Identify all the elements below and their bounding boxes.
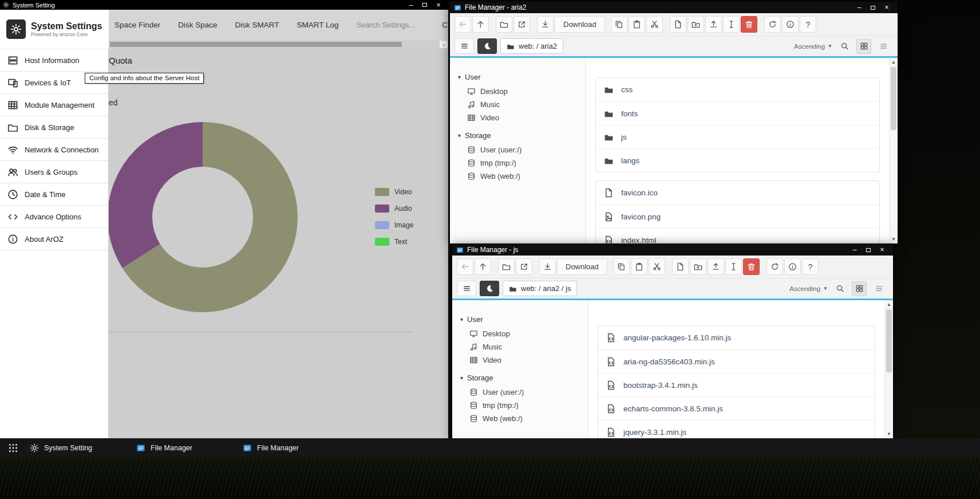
vertical-scrollbar[interactable]: ▲ ▼ <box>889 58 898 243</box>
new-file-button[interactable] <box>670 16 686 33</box>
window-titlebar[interactable]: File Manager - js – × <box>452 244 893 256</box>
paste-button[interactable] <box>629 16 645 33</box>
up-button[interactable] <box>472 16 489 33</box>
scroll-right-button[interactable]: › <box>440 41 448 48</box>
upload-button[interactable] <box>705 16 722 33</box>
window-titlebar[interactable]: File Manager - aria2 – × <box>450 2 898 13</box>
tree-item-desktop[interactable]: Desktop <box>452 327 588 340</box>
sidebar-item-disk-storage[interactable]: Disk & Storage <box>0 116 108 139</box>
file-row-aria-ng[interactable]: aria-ng-da5356c403.min.js <box>598 349 875 373</box>
taskbar-item-file-manager-1[interactable]: File Manager <box>133 438 239 457</box>
legend-item-image[interactable]: Image <box>375 221 413 229</box>
rename-button[interactable] <box>723 16 740 33</box>
back-button[interactable] <box>457 258 473 275</box>
scrollbar-thumb[interactable] <box>891 67 896 130</box>
tree-item-music[interactable]: Music <box>450 98 586 111</box>
upload-button[interactable] <box>708 258 724 275</box>
close-button[interactable]: × <box>432 0 445 10</box>
sidebar-item-advance-options[interactable]: Advance Options <box>0 206 108 228</box>
breadcrumb[interactable]: web: / aria2 <box>500 38 563 54</box>
maximize-button[interactable] <box>862 244 875 256</box>
scrollbar-thumb[interactable] <box>110 42 402 47</box>
file-row-jquery[interactable]: jquery-3.3.1.min.js <box>598 420 875 438</box>
menu-button[interactable] <box>455 38 474 54</box>
tabs-horizontal-scrollbar[interactable]: › <box>109 40 448 49</box>
tree-section-storage[interactable]: ▾ Storage <box>452 371 588 386</box>
legend-item-text[interactable]: Text <box>375 238 413 246</box>
file-row-angular[interactable]: angular-packages-1.6.10.min.js <box>598 326 875 349</box>
up-button[interactable] <box>475 258 491 275</box>
tree-section-user[interactable]: ▾ User <box>452 313 588 327</box>
open-folder-button[interactable] <box>496 16 512 33</box>
tree-item-video[interactable]: Video <box>452 353 588 367</box>
tab-smart-log[interactable]: SMART Log <box>297 21 339 29</box>
scroll-up-button[interactable]: ▲ <box>890 60 898 65</box>
back-button[interactable] <box>455 16 471 33</box>
sidebar-item-host-information[interactable]: Host Information <box>0 49 108 72</box>
settings-search-input[interactable] <box>357 21 424 29</box>
new-folder-button[interactable] <box>687 16 704 33</box>
list-view-button[interactable] <box>871 281 886 296</box>
taskbar-item-system-setting[interactable]: System Setting <box>26 438 133 457</box>
refresh-button[interactable] <box>766 258 783 275</box>
dark-mode-toggle[interactable] <box>477 38 497 54</box>
tree-item-tmp-drive[interactable]: tmp (tmp:/) <box>450 156 586 170</box>
minimize-button[interactable]: – <box>852 2 866 13</box>
sidebar-item-network-connection[interactable]: Network & Connection <box>0 139 108 161</box>
search-button[interactable] <box>837 39 852 54</box>
download-icon-button[interactable] <box>539 258 556 275</box>
scrollbar-thumb[interactable] <box>886 309 892 372</box>
refresh-button[interactable] <box>764 16 781 33</box>
legend-item-audio[interactable]: Audio <box>375 205 413 213</box>
app-launcher-button[interactable] <box>0 438 26 457</box>
vertical-scrollbar[interactable]: ▲ ▼ <box>884 300 893 438</box>
tree-item-desktop[interactable]: Desktop <box>450 85 586 98</box>
breadcrumb[interactable]: web: / aria2 / js <box>503 281 577 296</box>
grid-view-button[interactable] <box>852 281 867 296</box>
list-view-button[interactable] <box>876 39 891 54</box>
sidebar-item-users-groups[interactable]: Users & Groups <box>0 161 108 183</box>
open-in-new-window-button[interactable] <box>513 16 530 33</box>
tree-section-storage[interactable]: ▾ Storage <box>450 129 586 143</box>
tab-disk-smart[interactable]: Disk SMART <box>235 21 279 29</box>
sidebar-item-module-management[interactable]: Module Management <box>0 94 108 116</box>
taskbar-item-file-manager-2[interactable]: File Manager <box>239 438 346 457</box>
file-row-langs[interactable]: langs <box>596 148 879 172</box>
tree-item-tmp-drive[interactable]: tmp (tmp:/) <box>452 399 588 412</box>
rename-button[interactable] <box>725 258 742 275</box>
sidebar-item-date-time[interactable]: Date & Time <box>0 183 108 206</box>
delete-button[interactable] <box>741 16 757 33</box>
sort-dropdown[interactable]: Ascending ▼ <box>794 43 832 50</box>
tab-space-finder[interactable]: Space Finder <box>114 21 160 29</box>
file-row-echarts[interactable]: echarts-common-3.8.5.min.js <box>598 396 875 420</box>
file-row-fonts[interactable]: fonts <box>596 101 879 125</box>
tree-item-music[interactable]: Music <box>452 340 588 353</box>
close-button[interactable]: × <box>880 2 894 13</box>
tab-disk-space[interactable]: Disk Space <box>178 21 217 29</box>
delete-button[interactable] <box>743 258 760 275</box>
scroll-down-button[interactable]: ▼ <box>885 431 893 437</box>
tab-clipped[interactable]: C <box>442 21 448 29</box>
file-row-bootstrap[interactable]: bootstrap-3.4.1.min.js <box>598 373 875 396</box>
file-row-css[interactable]: css <box>596 78 879 101</box>
grid-view-button[interactable] <box>856 39 871 54</box>
tree-item-web-drive[interactable]: Web (web:/) <box>452 412 588 425</box>
help-button[interactable]: ? <box>800 16 816 33</box>
sidebar-item-about-aroz[interactable]: About ArOZ <box>0 228 108 250</box>
tree-item-user-drive[interactable]: User (user:/) <box>450 143 586 156</box>
properties-button[interactable] <box>784 258 801 275</box>
download-button[interactable]: Download <box>557 258 607 275</box>
open-folder-button[interactable] <box>498 258 515 275</box>
maximize-button[interactable] <box>418 0 432 10</box>
download-button[interactable]: Download <box>555 16 605 33</box>
search-button[interactable] <box>832 281 847 296</box>
paste-button[interactable] <box>631 258 647 275</box>
tree-item-video[interactable]: Video <box>450 111 586 124</box>
legend-item-video[interactable]: Video <box>375 188 413 196</box>
dark-mode-toggle[interactable] <box>480 281 499 296</box>
help-button[interactable]: ? <box>802 258 819 275</box>
close-button[interactable]: × <box>875 244 889 256</box>
menu-button[interactable] <box>457 281 476 296</box>
scroll-up-button[interactable]: ▲ <box>885 302 893 307</box>
window-titlebar[interactable]: System Setting – × <box>0 0 448 10</box>
